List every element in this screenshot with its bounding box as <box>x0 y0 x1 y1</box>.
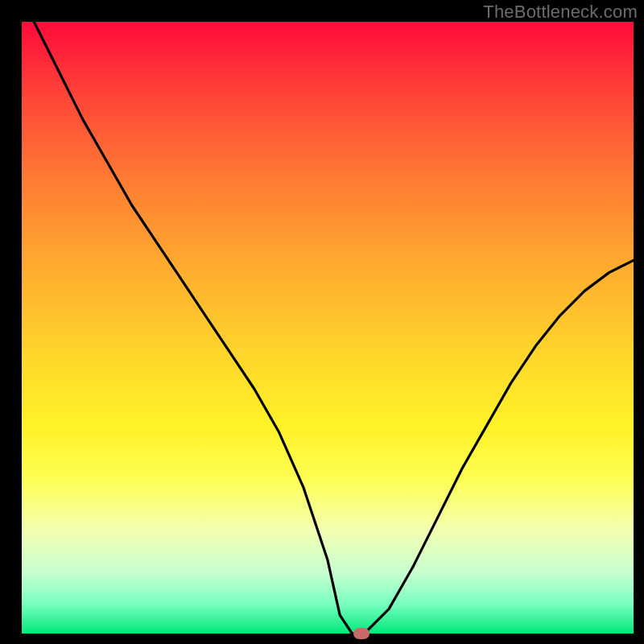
optimum-marker <box>353 628 369 639</box>
chart-frame: TheBottleneck.com <box>0 0 644 644</box>
curve-path <box>34 22 634 634</box>
bottleneck-curve <box>0 0 644 644</box>
